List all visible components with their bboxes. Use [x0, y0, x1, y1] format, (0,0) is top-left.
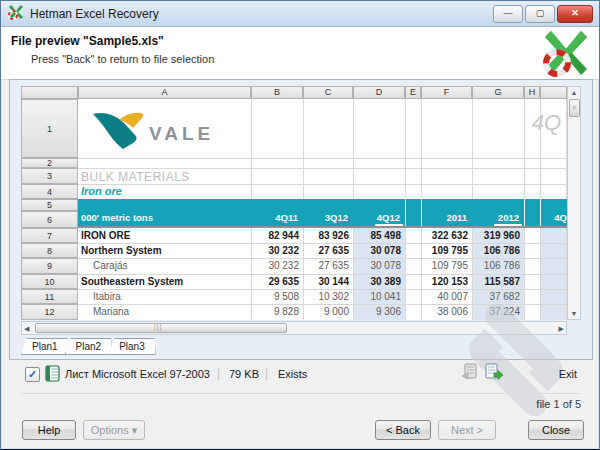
- status-separator: |: [265, 366, 268, 380]
- cell-value[interactable]: 106 786: [472, 260, 520, 274]
- band-separator: [421, 199, 422, 226]
- row-header-8[interactable]: 8: [21, 243, 78, 258]
- previous-file-icon[interactable]: [459, 362, 479, 386]
- cell-value[interactable]: 10 041: [353, 291, 401, 304]
- cell-value[interactable]: 115 587: [472, 276, 520, 289]
- cell-value[interactable]: 10 302: [303, 291, 349, 304]
- vertical-scroll-thumb[interactable]: ≡: [569, 99, 580, 117]
- scroll-left-icon[interactable]: ◀: [24, 325, 29, 333]
- help-button[interactable]: Help: [22, 420, 76, 440]
- column-header-D[interactable]: D: [353, 86, 405, 99]
- row-header-9[interactable]: 9: [21, 258, 78, 274]
- cell-value[interactable]: 109 795: [421, 260, 468, 274]
- cell-value[interactable]: 30 232: [251, 245, 299, 258]
- sheet-tab-plan3[interactable]: Plan3: [108, 338, 156, 355]
- horizontal-scroll-thumb[interactable]: |||: [35, 323, 287, 333]
- row-header-12[interactable]: 12: [21, 304, 78, 320]
- cell-value[interactable]: 30 232: [251, 260, 299, 274]
- file-preview-panel: ABCDEFGH123456789101112 VALE4QBULK MATER…: [9, 79, 593, 360]
- cell-label-southeastern-system[interactable]: Southeastern System: [81, 276, 246, 289]
- cell-value[interactable]: 120 153: [421, 276, 468, 289]
- cell-value[interactable]: 30 078: [353, 260, 401, 274]
- cell-value[interactable]: 30 389: [353, 276, 401, 289]
- cell-value[interactable]: 29 635: [251, 276, 299, 289]
- gridline: [78, 289, 567, 290]
- status-row: ✓ Лист Microsoft Excel 97-2003 | 79 KB |…: [1, 364, 599, 388]
- cell-value[interactable]: 30 144: [303, 276, 349, 289]
- recover-checkbox[interactable]: ✓: [25, 367, 40, 382]
- cell-value[interactable]: 322 632: [421, 230, 468, 243]
- gridline: [78, 258, 567, 259]
- excel-file-icon: [45, 365, 60, 386]
- band-col-2012: 2012: [472, 212, 519, 223]
- row-header-10[interactable]: 10: [21, 274, 78, 289]
- title-bar: Hetman Excel Recovery — ▢ ✕: [1, 1, 599, 27]
- row-header-1[interactable]: 1: [21, 99, 78, 158]
- column-header-partial[interactable]: [540, 86, 567, 99]
- cell-value[interactable]: 9 306: [353, 306, 401, 320]
- cell-label-itabira[interactable]: Itabira: [93, 291, 258, 304]
- column-header-B[interactable]: B: [251, 86, 303, 99]
- close-window-button[interactable]: ✕: [557, 5, 593, 23]
- row-header-7[interactable]: 7: [21, 228, 78, 243]
- cell-value[interactable]: 9 508: [251, 291, 299, 304]
- row-header-2[interactable]: 2: [21, 158, 78, 168]
- cell-value[interactable]: 40 007: [421, 291, 468, 304]
- row-header-3[interactable]: 3: [21, 168, 78, 184]
- app-window: Hetman Excel Recovery — ▢ ✕ File preview…: [0, 0, 600, 450]
- options-button[interactable]: Options ▾: [83, 420, 145, 440]
- scroll-up-icon[interactable]: ▲: [568, 89, 580, 96]
- column-header-G[interactable]: G: [472, 86, 524, 99]
- cell-label-carajás[interactable]: Carajás: [93, 260, 258, 274]
- row-header-4[interactable]: 4: [21, 184, 78, 199]
- vertical-scrollbar[interactable]: ▲ ≡ ▼: [567, 86, 581, 320]
- cell-value[interactable]: 82 944: [251, 230, 299, 243]
- cell-value[interactable]: 37 682: [472, 291, 520, 304]
- cell-value[interactable]: 85 498: [353, 230, 401, 243]
- divider: [21, 393, 581, 394]
- row-header-6[interactable]: 6: [21, 211, 78, 228]
- scroll-right-icon[interactable]: ▶: [559, 325, 564, 333]
- cell-label-iron-ore[interactable]: IRON ORE: [81, 230, 246, 243]
- row-header-11[interactable]: 11: [21, 289, 78, 304]
- scroll-down-icon[interactable]: ▼: [568, 310, 580, 317]
- band-col-2011: 2011: [421, 212, 467, 223]
- cell-value[interactable]: 106 786: [472, 245, 520, 258]
- column-header-H[interactable]: H: [524, 86, 540, 99]
- cell-label-mariana[interactable]: Mariana: [93, 306, 258, 320]
- cell-value[interactable]: 37 224: [472, 306, 520, 320]
- next-file-icon[interactable]: [483, 362, 503, 386]
- cell-value[interactable]: 38 006: [421, 306, 468, 320]
- spreadsheet-preview[interactable]: ABCDEFGH123456789101112 VALE4QBULK MATER…: [21, 86, 567, 320]
- cell-value[interactable]: 9 000: [303, 306, 349, 320]
- minimize-button[interactable]: —: [493, 5, 523, 23]
- cell-value[interactable]: 27 635: [303, 260, 349, 274]
- close-button[interactable]: Close: [528, 420, 584, 440]
- back-button[interactable]: < Back: [375, 420, 431, 440]
- column-header-A[interactable]: A: [78, 86, 251, 99]
- column-header-E[interactable]: E: [405, 86, 421, 99]
- next-button[interactable]: Next >: [438, 420, 496, 440]
- cell-value[interactable]: 9 828: [251, 306, 299, 320]
- cell-value[interactable]: 109 795: [421, 245, 468, 258]
- select-all-corner[interactable]: [21, 86, 78, 99]
- window-title: Hetman Excel Recovery: [30, 7, 159, 21]
- cell-value[interactable]: 319 960: [472, 230, 520, 243]
- column-header-F[interactable]: F: [421, 86, 472, 99]
- horizontal-scrollbar[interactable]: ◀ ||| ▶: [21, 321, 567, 335]
- cell-label-northern-system[interactable]: Northern System: [81, 245, 246, 258]
- iron-ore-label: Iron ore: [81, 185, 281, 199]
- column-header-C[interactable]: C: [303, 86, 353, 99]
- maximize-button[interactable]: ▢: [525, 5, 555, 23]
- page-header: File preview "Sample5.xls" Press "Back" …: [1, 27, 599, 80]
- vale-logo: VALE: [89, 108, 239, 150]
- exit-label[interactable]: Exit: [559, 368, 577, 380]
- cell-value[interactable]: 30 078: [353, 245, 401, 258]
- sheet-tab-plan2[interactable]: Plan2: [65, 338, 113, 355]
- page-subtitle: Press "Back" to return to file selection: [31, 53, 214, 65]
- sheet-tab-plan1[interactable]: Plan1: [21, 338, 69, 355]
- cell-value[interactable]: 27 635: [303, 245, 349, 258]
- gridline: [78, 168, 567, 169]
- cell-value[interactable]: 83 926: [303, 230, 349, 243]
- row-header-5[interactable]: 5: [21, 199, 78, 211]
